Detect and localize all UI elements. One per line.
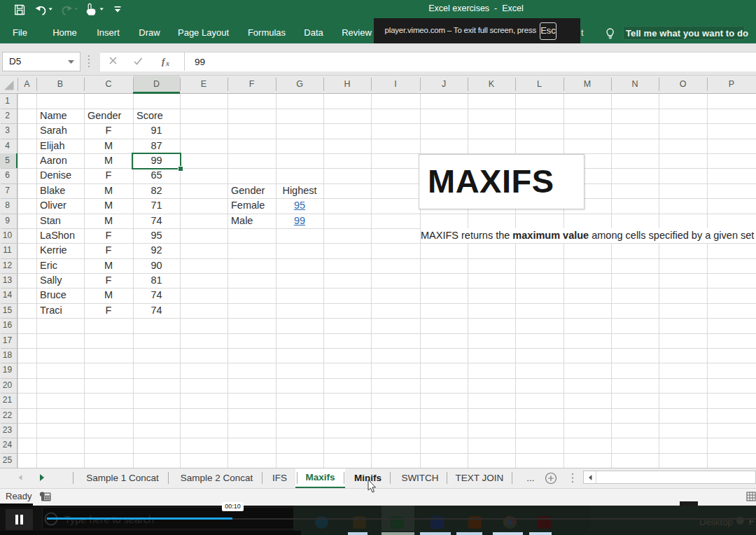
svg-text:x: x [165,60,169,67]
